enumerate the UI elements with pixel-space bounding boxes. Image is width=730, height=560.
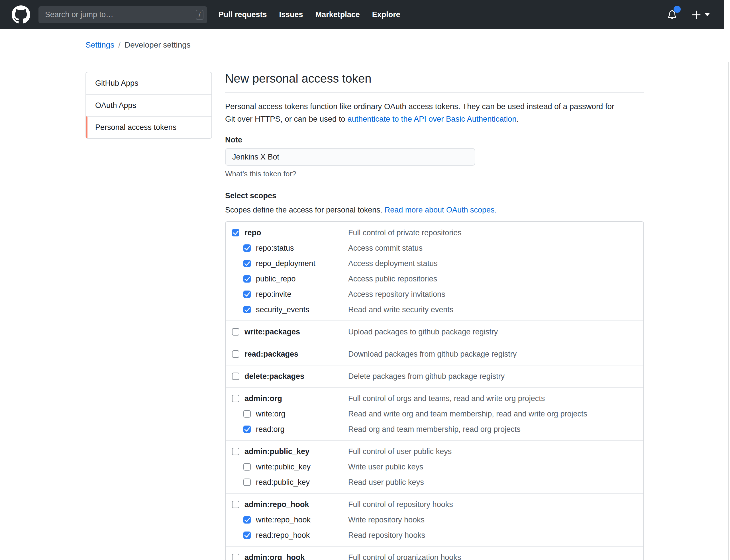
scope-label-repo_deployment[interactable]: repo_deployment (256, 259, 315, 268)
scope-desc-admin:org_hook: Full control of organization hooks (348, 553, 461, 560)
nav-pull-requests[interactable]: Pull requests (218, 10, 267, 19)
checkbox-write:public_key[interactable] (243, 463, 251, 471)
intro-text-line1: Personal access tokens function like ord… (225, 102, 614, 111)
developer-settings-sidenav: GitHub Apps OAuth Apps Personal access t… (85, 72, 212, 139)
scope-desc-write:repo_hook: Write repository hooks (348, 516, 425, 524)
scope-row-write:repo_hook: write:repo_hookWrite repository hooks (226, 512, 643, 528)
checkbox-read:repo_hook[interactable] (243, 532, 251, 539)
scope-desc-repo:invite: Access repository invitations (348, 290, 445, 299)
scope-label-security_events[interactable]: security_events (256, 305, 309, 314)
scope-label-read:packages[interactable]: read:packages (244, 350, 298, 359)
scope-label-write:repo_hook[interactable]: write:repo_hook (256, 516, 310, 524)
chevron-down-icon (705, 13, 710, 16)
scope-label-write:packages[interactable]: write:packages (244, 328, 300, 336)
breadcrumb: Settings / Developer settings (0, 29, 724, 61)
scope-label-read:public_key[interactable]: read:public_key (256, 478, 310, 487)
scope-label-delete:packages[interactable]: delete:packages (244, 372, 304, 381)
checkbox-security_events[interactable] (243, 306, 251, 313)
plus-icon (691, 9, 702, 20)
scope-row-repo:invite: repo:inviteAccess repository invitations (226, 287, 643, 302)
scope-row-write:packages: write:packagesUpload packages to github … (226, 324, 643, 340)
create-new-menu[interactable] (691, 9, 710, 20)
scope-desc-read:packages: Download packages from github package re… (348, 350, 517, 359)
scope-group-read:packages: read:packagesDownload packages from gith… (226, 343, 643, 365)
search-input[interactable] (44, 10, 196, 19)
github-logo[interactable] (11, 5, 30, 24)
scope-desc-read:repo_hook: Read repository hooks (348, 531, 425, 540)
scope-label-admin:public_key[interactable]: admin:public_key (244, 447, 309, 456)
scope-desc-admin:repo_hook: Full control of repository hooks (348, 500, 453, 509)
nav-explore[interactable]: Explore (372, 10, 400, 19)
scope-label-read:org[interactable]: read:org (256, 425, 285, 434)
main-content: New personal access token Personal acces… (225, 72, 644, 560)
scope-desc-admin:org: Full control of orgs and teams, read and… (348, 394, 545, 403)
nav-issues[interactable]: Issues (279, 10, 303, 19)
scrollbar-track[interactable] (724, 0, 730, 560)
sidebar-item-oauth-apps[interactable]: OAuth Apps (86, 94, 211, 116)
notifications-bell-icon[interactable] (666, 8, 678, 21)
scope-label-public_repo[interactable]: public_repo (256, 275, 296, 283)
slash-shortcut-badge: / (196, 10, 203, 20)
scope-desc-delete:packages: Delete packages from github package regi… (348, 372, 505, 381)
header-right-group (666, 8, 714, 21)
oauth-scopes-link[interactable]: Read more about OAuth scopes. (385, 206, 497, 214)
scope-label-repo[interactable]: repo (244, 228, 261, 237)
checkbox-admin:repo_hook[interactable] (232, 501, 239, 508)
scope-label-admin:org_hook[interactable]: admin:org_hook (244, 553, 305, 560)
checkbox-read:packages[interactable] (232, 350, 239, 358)
scope-row-admin:org: admin:orgFull control of orgs and teams,… (226, 391, 643, 406)
scope-group-admin:public_key: admin:public_keyFull control of user pub… (226, 440, 643, 493)
checkbox-admin:org[interactable] (232, 395, 239, 402)
checkbox-write:packages[interactable] (232, 328, 239, 336)
scope-label-write:public_key[interactable]: write:public_key (256, 463, 310, 471)
scope-row-read:public_key: read:public_keyRead user public keys (226, 475, 643, 490)
top-nav-bar: / Pull requests Issues Marketplace Explo… (0, 0, 724, 29)
scope-label-write:org[interactable]: write:org (256, 410, 285, 418)
checkbox-read:public_key[interactable] (243, 479, 251, 486)
scope-desc-repo:status: Access commit status (348, 244, 423, 253)
scope-row-admin:repo_hook: admin:repo_hookFull control of repositor… (226, 497, 643, 512)
global-search: / (38, 6, 207, 23)
checkbox-admin:public_key[interactable] (232, 448, 239, 455)
scope-row-security_events: security_eventsRead and write security e… (226, 302, 643, 317)
scope-desc-write:org: Read and write org and team membership, … (348, 410, 587, 418)
scope-desc-read:org: Read org and team membership, read org p… (348, 425, 521, 434)
scope-desc-public_repo: Access public repositories (348, 275, 437, 283)
scope-group-admin:org_hook: admin:org_hookFull control of organizati… (226, 546, 643, 560)
scope-label-repo:invite[interactable]: repo:invite (256, 290, 291, 299)
scope-row-repo_deployment: repo_deploymentAccess deployment status (226, 256, 643, 271)
breadcrumb-current: Developer settings (124, 40, 191, 50)
breadcrumb-settings-link[interactable]: Settings (85, 40, 114, 50)
scope-row-admin:org_hook: admin:org_hookFull control of organizati… (226, 550, 643, 560)
scope-row-repo:status: repo:statusAccess commit status (226, 240, 643, 256)
scope-label-admin:repo_hook[interactable]: admin:repo_hook (244, 500, 309, 509)
sidebar-item-github-apps[interactable]: GitHub Apps (86, 72, 211, 94)
scope-row-write:public_key: write:public_keyWrite user public keys (226, 459, 643, 475)
checkbox-repo[interactable] (232, 229, 239, 236)
basic-auth-link[interactable]: authenticate to the API over Basic Authe… (347, 115, 517, 123)
checkbox-write:repo_hook[interactable] (243, 516, 251, 524)
checkbox-write:org[interactable] (243, 410, 251, 418)
checkbox-public_repo[interactable] (243, 275, 251, 283)
checkbox-repo:invite[interactable] (243, 291, 251, 298)
nav-marketplace[interactable]: Marketplace (315, 10, 360, 19)
checkbox-admin:org_hook[interactable] (232, 554, 239, 560)
scope-label-read:repo_hook[interactable]: read:repo_hook (256, 531, 310, 540)
note-input[interactable] (225, 148, 475, 166)
checkbox-read:org[interactable] (243, 426, 251, 433)
checkbox-repo:status[interactable] (243, 244, 251, 252)
checkbox-repo_deployment[interactable] (243, 260, 251, 267)
scopes-box: repoFull control of private repositories… (225, 221, 644, 560)
checkbox-delete:packages[interactable] (232, 373, 239, 380)
unread-notifications-dot (674, 6, 681, 13)
scope-row-delete:packages: delete:packagesDelete packages from gith… (226, 369, 643, 384)
note-label: Note (225, 136, 644, 144)
intro-period: . (517, 115, 519, 123)
scope-row-read:org: read:orgRead org and team membership, re… (226, 422, 643, 437)
scope-desc-admin:public_key: Full control of user public keys (348, 447, 452, 456)
scrollbar-thumb[interactable] (728, 62, 729, 560)
scope-label-repo:status[interactable]: repo:status (256, 244, 294, 253)
sidebar-item-personal-access-tokens[interactable]: Personal access tokens (86, 116, 211, 138)
scope-desc-repo: Full control of private repositories (348, 228, 462, 237)
scope-label-admin:org[interactable]: admin:org (244, 394, 282, 403)
